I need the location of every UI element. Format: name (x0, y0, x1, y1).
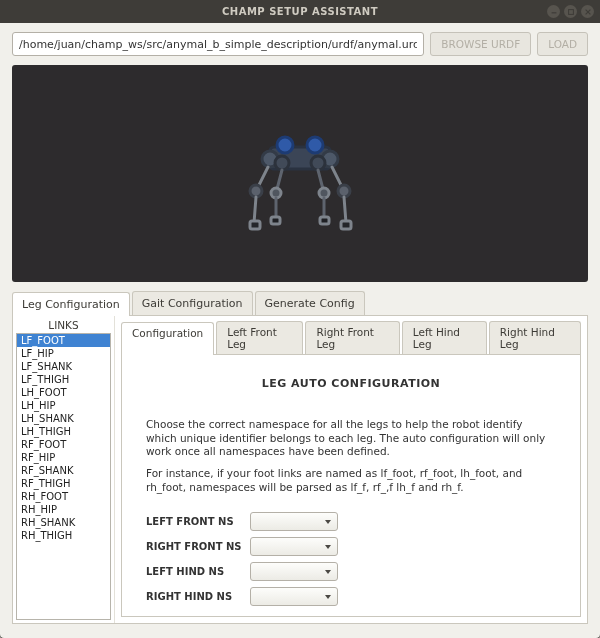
svg-rect-21 (271, 217, 280, 224)
link-item[interactable]: LH_FOOT (17, 386, 110, 399)
config-panel: LEG AUTO CONFIGURATION Choose the correc… (121, 354, 581, 617)
svg-rect-26 (320, 217, 329, 224)
client-area: BROWSE URDF LOAD (0, 23, 600, 638)
robot-model-icon (210, 97, 390, 251)
window-controls (547, 0, 594, 23)
sub-tab-left-front-leg[interactable]: Left Front Leg (216, 321, 303, 354)
close-icon[interactable] (581, 5, 594, 18)
file-row: BROWSE URDF LOAD (12, 32, 588, 56)
link-item[interactable]: RF_SHANK (17, 464, 110, 477)
svg-point-22 (311, 156, 325, 170)
namespace-dropdown[interactable] (250, 587, 338, 606)
namespace-row: RIGHT FRONT NS (146, 537, 556, 556)
namespace-rows: LEFT FRONT NSRIGHT FRONT NSLEFT HIND NSR… (146, 512, 556, 606)
link-item[interactable]: RH_SHANK (17, 516, 110, 529)
svg-rect-11 (250, 221, 260, 229)
sub-tab-right-hind-leg[interactable]: Right Hind Leg (489, 321, 581, 354)
config-heading: LEG AUTO CONFIGURATION (146, 377, 556, 390)
svg-point-6 (307, 137, 323, 153)
urdf-path-input[interactable] (12, 32, 424, 56)
link-item[interactable]: RH_HIP (17, 503, 110, 516)
link-item[interactable]: LH_HIP (17, 399, 110, 412)
namespace-label: RIGHT HIND NS (146, 591, 250, 602)
link-item[interactable]: LF_FOOT (17, 334, 110, 347)
main-tab-strip: Leg ConfigurationGait ConfigurationGener… (12, 291, 588, 315)
title-bar: CHAMP SETUP ASSISTANT (0, 0, 600, 23)
robot-viewport[interactable] (12, 65, 588, 282)
svg-point-14 (338, 185, 350, 197)
links-title: LINKS (13, 316, 114, 333)
svg-line-15 (344, 197, 346, 223)
svg-point-5 (277, 137, 293, 153)
config-paragraph-2: For instance, if your foot links are nam… (146, 467, 556, 494)
link-item[interactable]: RF_FOOT (17, 438, 110, 451)
namespace-row: LEFT FRONT NS (146, 512, 556, 531)
links-list[interactable]: LF_FOOTLF_HIPLF_SHANKLF_THIGHLH_FOOTLH_H… (16, 333, 111, 620)
namespace-label: RIGHT FRONT NS (146, 541, 250, 552)
window-chrome: CHAMP SETUP ASSISTANT BROWSE URDF LOAD (0, 0, 600, 638)
link-item[interactable]: RF_HIP (17, 451, 110, 464)
sub-tab-configuration[interactable]: Configuration (121, 322, 214, 355)
main-tab-leg-configuration[interactable]: Leg Configuration (12, 292, 130, 316)
maximize-icon[interactable] (564, 5, 577, 18)
config-paragraph-1: Choose the correct namespace for all the… (146, 418, 556, 459)
namespace-dropdown[interactable] (250, 537, 338, 556)
browse-urdf-button[interactable]: BROWSE URDF (430, 32, 531, 56)
main-tab-generate-config[interactable]: Generate Config (255, 291, 365, 315)
svg-rect-16 (341, 221, 351, 229)
minimize-icon[interactable] (547, 5, 560, 18)
link-item[interactable]: RF_THIGH (17, 477, 110, 490)
svg-point-9 (250, 185, 262, 197)
namespace-dropdown[interactable] (250, 512, 338, 531)
svg-line-10 (254, 197, 256, 223)
namespace-dropdown[interactable] (250, 562, 338, 581)
sub-tab-right-front-leg[interactable]: Right Front Leg (305, 321, 399, 354)
link-item[interactable]: RH_FOOT (17, 490, 110, 503)
sub-tab-strip: ConfigurationLeft Front LegRight Front L… (121, 321, 581, 354)
namespace-row: LEFT HIND NS (146, 562, 556, 581)
namespace-label: LEFT HIND NS (146, 566, 250, 577)
link-item[interactable]: LF_SHANK (17, 360, 110, 373)
namespace-row: RIGHT HIND NS (146, 587, 556, 606)
namespace-label: LEFT FRONT NS (146, 516, 250, 527)
svg-point-17 (275, 156, 289, 170)
link-item[interactable]: RH_THIGH (17, 529, 110, 542)
load-button[interactable]: LOAD (537, 32, 588, 56)
right-pane: ConfigurationLeft Front LegRight Front L… (115, 316, 587, 623)
links-pane: LINKS LF_FOOTLF_HIPLF_SHANKLF_THIGHLH_FO… (13, 316, 115, 623)
svg-rect-1 (568, 9, 573, 14)
link-item[interactable]: LF_HIP (17, 347, 110, 360)
link-item[interactable]: LF_THIGH (17, 373, 110, 386)
main-panel: LINKS LF_FOOTLF_HIPLF_SHANKLF_THIGHLH_FO… (12, 315, 588, 624)
window-title: CHAMP SETUP ASSISTANT (222, 6, 378, 17)
main-tab-gait-configuration[interactable]: Gait Configuration (132, 291, 253, 315)
link-item[interactable]: LH_SHANK (17, 412, 110, 425)
link-item[interactable]: LH_THIGH (17, 425, 110, 438)
sub-tab-left-hind-leg[interactable]: Left Hind Leg (402, 321, 487, 354)
